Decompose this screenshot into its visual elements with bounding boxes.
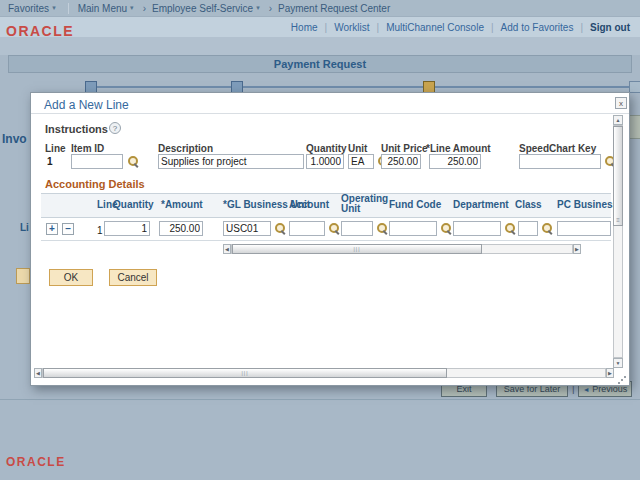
oracle-logo: ORACLE: [6, 23, 74, 39]
add-row-button[interactable]: +: [46, 223, 58, 235]
breadcrumb-separator-icon: ›: [143, 3, 146, 14]
row-quantity-input[interactable]: [104, 221, 150, 236]
unit-input[interactable]: [348, 154, 374, 169]
line-amount-input[interactable]: [429, 154, 481, 169]
row-account-input[interactable]: [289, 221, 325, 236]
close-icon[interactable]: x: [615, 97, 627, 109]
breadcrumb-separator-icon: ›: [269, 3, 272, 14]
line-label-fragment: Li: [20, 222, 29, 233]
operating-unit-lookup-icon[interactable]: [376, 222, 388, 234]
invoice-section-label-fragment: Invo: [2, 132, 27, 146]
header-band: [0, 37, 640, 55]
dialog-scroll-right-icon[interactable]: ▶: [606, 368, 614, 378]
grid-scrollbar-thumb[interactable]: |||: [232, 244, 482, 254]
line-number-value: 1: [47, 156, 53, 167]
resize-grip-icon[interactable]: [621, 379, 623, 381]
dialog-scroll-up-icon[interactable]: ▲: [613, 115, 623, 125]
dialog-content: Instructions ? Line Item ID Description …: [33, 114, 613, 368]
quantity-label: Quantity: [306, 143, 347, 154]
step-node-4[interactable]: [629, 81, 640, 93]
row-fund-code-input[interactable]: [389, 221, 437, 236]
oracle-footer-logo: ORACLE: [6, 455, 66, 469]
row-class-input[interactable]: [518, 221, 538, 236]
dialog-scroll-down-icon[interactable]: ▼: [613, 358, 623, 368]
line-amount-label: *Line Amount: [426, 143, 491, 154]
col-fund-code: Fund Code: [389, 199, 441, 210]
sign-out-link[interactable]: Sign out: [590, 22, 630, 33]
chevron-down-icon: ▾: [52, 4, 56, 12]
divider: |: [377, 22, 380, 33]
background-edge-fragment: [630, 115, 640, 139]
main-menu[interactable]: Main Menu: [78, 3, 127, 14]
col-operating-unit: Operating Unit: [341, 194, 389, 214]
ok-button[interactable]: OK: [49, 269, 93, 286]
fund-code-lookup-icon[interactable]: [440, 222, 452, 234]
background-button-fragment[interactable]: [16, 268, 30, 284]
item-id-lookup-icon[interactable]: [127, 155, 139, 167]
row-pc-business-unit-input[interactable]: [557, 221, 611, 236]
quantity-input[interactable]: [306, 154, 344, 169]
multichannel-console-link[interactable]: MultiChannel Console: [386, 22, 484, 33]
dialog-scroll-left-icon[interactable]: ◀: [34, 368, 42, 378]
department-lookup-icon[interactable]: [504, 222, 516, 234]
add-new-line-dialog: Add a New Line x Instructions ? Line Ite…: [30, 92, 630, 386]
grid-bottom-rule: [41, 240, 611, 241]
help-icon[interactable]: ?: [109, 122, 121, 134]
page-title: Payment Request: [8, 55, 632, 73]
breadcrumb-item-ess[interactable]: Employee Self-Service: [152, 3, 253, 14]
dialog-hscrollbar-thumb[interactable]: |||: [43, 368, 447, 378]
breadcrumb: Favorites ▾ Main Menu ▾ › Employee Self-…: [0, 0, 640, 17]
item-id-input[interactable]: [71, 154, 123, 169]
class-lookup-icon[interactable]: [541, 222, 553, 234]
header-links: Home | Worklist | MultiChannel Console |…: [0, 17, 640, 37]
account-lookup-icon[interactable]: [328, 222, 340, 234]
screen: Favorites ▾ Main Menu ▾ › Employee Self-…: [0, 0, 640, 480]
instructions-label: Instructions: [45, 123, 108, 135]
dialog-vscrollbar-thumb[interactable]: ≡: [613, 126, 623, 226]
speedchart-lookup-icon[interactable]: [604, 155, 613, 167]
col-amount: *Amount: [161, 199, 203, 210]
item-id-label: Item ID: [71, 143, 104, 154]
unit-price-label: Unit Price: [381, 143, 428, 154]
speedchart-key-input[interactable]: [519, 154, 601, 169]
description-input[interactable]: [158, 154, 304, 169]
accounting-details-title: Accounting Details: [45, 178, 145, 190]
divider: |: [580, 22, 583, 33]
delete-row-button[interactable]: –: [62, 223, 74, 235]
row-gl-business-unit-input[interactable]: [223, 221, 271, 236]
grid-scroll-right-icon[interactable]: ▶: [573, 244, 581, 254]
add-to-favorites-link[interactable]: Add to Favorites: [501, 22, 574, 33]
grid-scroll-left-icon[interactable]: ◀: [223, 244, 231, 254]
speedchart-key-label: SpeedChart Key: [519, 143, 596, 154]
worklist-link[interactable]: Worklist: [334, 22, 369, 33]
description-label: Description: [158, 143, 213, 154]
col-department: Department: [453, 199, 509, 210]
col-account: Account: [289, 199, 329, 210]
divider: [68, 3, 69, 14]
breadcrumb-item-prc[interactable]: Payment Request Center: [278, 3, 390, 14]
cancel-button[interactable]: Cancel: [109, 269, 157, 286]
dialog-title: Add a New Line: [44, 98, 129, 112]
divider: |: [491, 22, 494, 33]
content-bottom-rule: [0, 399, 640, 400]
row-department-input[interactable]: [453, 221, 501, 236]
chevron-down-icon: ▾: [256, 4, 260, 12]
divider: |: [325, 22, 328, 33]
row-line-number: 1: [97, 225, 103, 236]
chevron-down-icon: ▾: [130, 4, 134, 12]
col-quantity: Quantity: [113, 199, 154, 210]
step-progress-line: [90, 86, 635, 88]
favorites-menu[interactable]: Favorites: [8, 3, 49, 14]
unit-price-input[interactable]: [381, 154, 421, 169]
gl-business-unit-lookup-icon[interactable]: [274, 222, 286, 234]
col-pc-business-unit: PC Business Unit: [557, 199, 613, 210]
thumb-grip-icon: ≡: [614, 217, 622, 224]
row-operating-unit-input[interactable]: [341, 221, 373, 236]
col-class: Class: [515, 199, 542, 210]
unit-label: Unit: [348, 143, 367, 154]
home-link[interactable]: Home: [291, 22, 318, 33]
line-label: Line: [45, 143, 66, 154]
previous-arrow-icon: ◄: [583, 386, 590, 393]
row-amount-input[interactable]: [159, 221, 203, 236]
